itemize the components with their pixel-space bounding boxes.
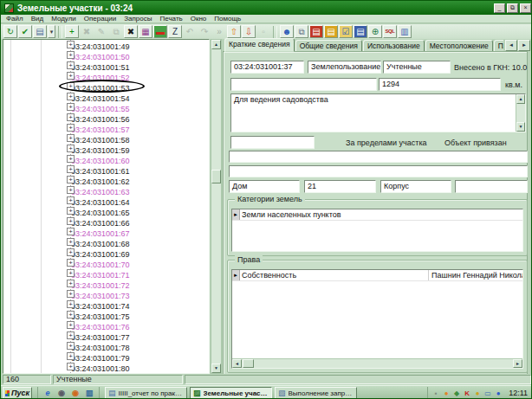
expand-plus-icon[interactable]: + — [67, 72, 75, 80]
scroll-right-button[interactable]: ► — [513, 359, 522, 368]
tab-5[interactable]: Площ — [494, 40, 503, 52]
tree-item[interactable]: +03:24:031001:51 — [3, 61, 209, 71]
tree-item[interactable]: +03:24:031001:71 — [3, 268, 209, 279]
expand-plus-icon[interactable]: + — [67, 280, 75, 287]
textarea-scrollbar[interactable]: ▲ ▼ — [516, 94, 525, 132]
building-number-field[interactable] — [455, 180, 528, 193]
tray-icon-6[interactable]: ▭ — [483, 387, 492, 399]
delete-record-button[interactable]: ✖ — [80, 25, 94, 38]
expand-plus-icon[interactable]: + — [67, 176, 75, 183]
tree-item[interactable]: +03:24:031001:67 — [3, 227, 209, 237]
purpose-textarea[interactable]: Для ведения садоводства ▲ ▼ — [230, 93, 526, 132]
menu-item[interactable]: Печать — [160, 15, 183, 23]
tab-scroll-right-button[interactable]: ► — [518, 40, 530, 51]
tree-item[interactable]: +03:24:031001:56 — [3, 113, 209, 123]
tree-item[interactable]: +03:24:031001:64 — [3, 196, 209, 206]
tree-item[interactable]: +03:24:031001:61 — [3, 164, 209, 175]
expand-plus-icon[interactable]: + — [67, 321, 75, 329]
detach-button[interactable]: ▫ — [256, 25, 270, 38]
expand-plus-icon[interactable]: + — [67, 124, 75, 132]
print-dropdown-button[interactable]: ▾ — [48, 25, 55, 38]
quicklaunch-media-icon[interactable]: ◉ — [69, 388, 81, 399]
tree-item[interactable]: +03:24:031001:74 — [3, 299, 209, 310]
forward-button[interactable]: » — [212, 25, 226, 38]
tree-item[interactable]: +03:24:031001:66 — [3, 216, 209, 227]
tree-item[interactable]: +03:24:031001:63 — [3, 185, 209, 196]
expand-plus-icon[interactable]: + — [67, 134, 75, 142]
menu-item[interactable]: Вид — [31, 15, 43, 23]
quicklaunch-ie-icon[interactable]: e — [42, 388, 54, 399]
expand-plus-icon[interactable]: + — [67, 342, 75, 350]
users-button[interactable]: ☻ — [280, 25, 294, 38]
menu-item[interactable]: Запросы — [124, 15, 152, 23]
menu-item[interactable]: Файл — [6, 15, 23, 23]
edit-field-button[interactable]: Z — [168, 25, 182, 38]
tree-item[interactable]: +03:24:031001:80 — [3, 362, 209, 372]
refresh-button[interactable]: ↻ — [3, 25, 17, 38]
expand-plus-icon[interactable]: + — [67, 269, 75, 277]
category-row[interactable]: ►Земли населенных пунктов — [232, 209, 522, 221]
expand-plus-icon[interactable]: + — [67, 113, 75, 121]
copy-docs-button[interactable]: ⧉ — [295, 25, 308, 38]
empty-field-2[interactable] — [230, 136, 315, 149]
tree-item[interactable]: +03:24:031001:69 — [3, 248, 209, 258]
tray-icon-1[interactable]: ▪ — [431, 387, 440, 399]
scroll-down-button[interactable]: ▼ — [211, 364, 221, 373]
tree-item[interactable]: +03:24:031001:59 — [3, 144, 209, 154]
scroll-down-button[interactable]: ▼ — [516, 122, 525, 132]
tree-item[interactable]: +03:24:031001:54 — [3, 92, 209, 102]
record-status-field[interactable]: Учтенные — [383, 61, 451, 74]
expand-plus-icon[interactable]: + — [67, 331, 75, 339]
redo-button[interactable]: ↷ — [198, 25, 211, 38]
taskbar-task-button[interactable]: ▤IIIII_отчет по практи... — [105, 387, 187, 399]
expand-plus-icon[interactable]: + — [67, 207, 75, 215]
expand-plus-icon[interactable]: + — [67, 155, 75, 163]
tree-item[interactable]: +03:24:031001:53 — [3, 81, 209, 92]
tray-icon-4[interactable]: K — [463, 387, 471, 399]
scroll-up-button[interactable]: ▲ — [516, 94, 525, 104]
tray-icon-2[interactable]: ● — [442, 387, 451, 399]
house-number-field[interactable]: 21 — [304, 180, 376, 193]
house-label-field[interactable]: Дом — [229, 180, 300, 193]
expand-plus-icon[interactable]: + — [67, 186, 75, 194]
tree-item[interactable]: +03:24:031001:75 — [3, 310, 209, 320]
expand-plus-icon[interactable]: + — [67, 145, 75, 152]
register-check-button[interactable]: ☑ — [339, 25, 353, 38]
expand-plus-icon[interactable]: + — [67, 311, 75, 319]
tree-item[interactable]: +03:24:031001:70 — [3, 258, 209, 268]
tree-item[interactable]: +03:24:031001:57 — [3, 123, 209, 133]
globe-button[interactable]: ⊕ — [368, 25, 382, 38]
tab-3[interactable]: Использование — [363, 40, 425, 52]
empty-field-1[interactable] — [230, 78, 377, 91]
yellow-book-button[interactable]: ▤ — [324, 25, 338, 38]
tab-1[interactable]: Краткие сведения — [224, 38, 295, 52]
building-label-field[interactable]: Корпус — [380, 180, 451, 193]
expand-plus-icon[interactable]: + — [67, 363, 75, 370]
import-table-button[interactable]: ▬ — [153, 25, 167, 38]
tree-item[interactable]: +03:24:031001:60 — [3, 154, 209, 164]
tree-item[interactable]: +03:24:031001:72 — [3, 279, 209, 289]
tree-item[interactable]: +03:24:031001:52 — [3, 71, 209, 81]
undo-button[interactable]: ↶ — [183, 25, 197, 38]
grid-view-button[interactable]: ▦ — [139, 25, 152, 38]
menu-item[interactable]: Помощь — [214, 15, 241, 23]
edit-record-button[interactable]: ✎ — [94, 25, 108, 38]
tree-item[interactable]: +03:24:031001:62 — [3, 175, 209, 185]
quicklaunch-desktop-icon[interactable]: ▥ — [83, 388, 95, 399]
close-button[interactable]: × — [520, 3, 531, 13]
confirm-button[interactable]: ✔ — [18, 25, 32, 38]
taskbar-task-button[interactable]: ▨Земельные участ... — [190, 387, 272, 399]
load-button[interactable]: ⇩ — [242, 25, 256, 38]
land-use-field[interactable]: Землепользование — [308, 61, 381, 74]
tray-icon-3[interactable]: ◆ — [452, 387, 461, 399]
tree-item[interactable]: +03:24:031001:73 — [3, 289, 209, 299]
tree-item[interactable]: +03:24:031001:79 — [3, 351, 209, 362]
expand-plus-icon[interactable]: + — [67, 248, 75, 256]
expand-plus-icon[interactable]: + — [67, 238, 75, 246]
tree-item[interactable]: +03:24:031001:58 — [3, 133, 209, 144]
area-field[interactable]: 1294 — [379, 78, 501, 91]
start-button[interactable]: Пуск — [3, 387, 32, 399]
expand-plus-icon[interactable]: + — [67, 300, 75, 308]
scrollbar-thumb[interactable] — [243, 359, 254, 368]
minimize-button[interactable]: _ — [494, 3, 505, 13]
